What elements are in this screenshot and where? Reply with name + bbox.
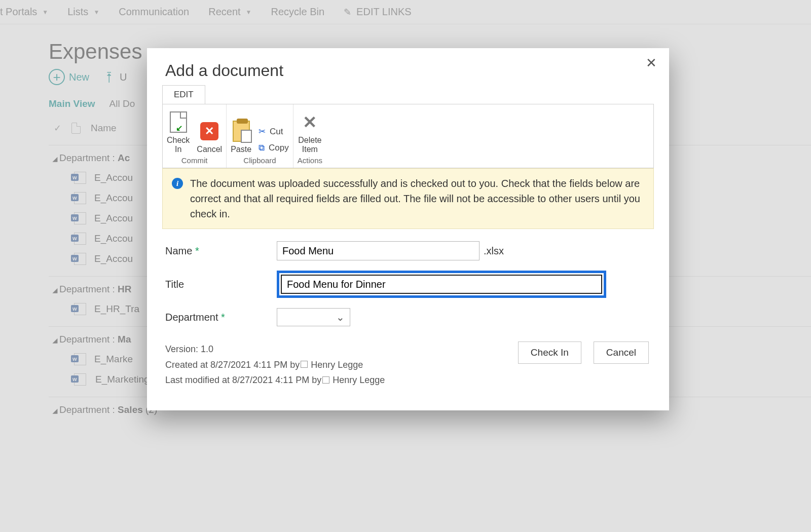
title-label: Title bbox=[165, 279, 184, 290]
cancel-ribbon-button[interactable]: ✕Cancel bbox=[197, 120, 222, 154]
checkbox-icon bbox=[322, 376, 329, 384]
title-highlight bbox=[277, 271, 606, 298]
checkin-button[interactable]: Check In bbox=[167, 110, 190, 154]
close-button[interactable]: ✕ bbox=[646, 55, 657, 71]
created-by: Henry Legge bbox=[311, 360, 363, 370]
ribbon-group-commit: Check In ✕Cancel Commit bbox=[163, 104, 226, 168]
checkin-form-button[interactable]: Check In bbox=[518, 341, 581, 364]
delete-button[interactable]: ✕Delete Item bbox=[298, 110, 321, 154]
scissors-icon: ✂ bbox=[259, 126, 266, 137]
cut-button[interactable]: ✂Cut bbox=[259, 125, 289, 138]
title-input[interactable] bbox=[281, 275, 602, 294]
checkbox-icon bbox=[301, 361, 308, 368]
delete-icon: ✕ bbox=[303, 112, 317, 132]
document-form: Name * .xlsx Title Department * ⌄ bbox=[147, 229, 669, 341]
ribbon-group-clipboard: Paste ✂Cut ⧉Copy Clipboard bbox=[227, 104, 293, 168]
chevron-down-icon: ⌄ bbox=[336, 311, 345, 323]
info-banner: i The document was uploaded successfully… bbox=[162, 168, 654, 229]
copy-icon: ⧉ bbox=[259, 143, 265, 153]
ribbon: EDIT Check In ✕Cancel Commit Paste ✂Cut … bbox=[162, 85, 654, 168]
add-document-dialog: ✕ Add a document EDIT Check In ✕Cancel C… bbox=[147, 48, 669, 410]
checkin-icon bbox=[170, 111, 187, 133]
name-input[interactable] bbox=[277, 241, 480, 260]
paste-icon bbox=[233, 121, 250, 142]
name-label: Name bbox=[165, 245, 192, 256]
cancel-icon: ✕ bbox=[200, 122, 218, 140]
document-meta: Version: 1.0 Created at 8/27/2021 4:11 P… bbox=[147, 341, 669, 397]
copy-button[interactable]: ⧉Copy bbox=[259, 142, 289, 154]
info-text: The document was uploaded successfully a… bbox=[190, 176, 644, 221]
tab-edit[interactable]: EDIT bbox=[162, 85, 205, 104]
cancel-form-button[interactable]: Cancel bbox=[594, 341, 649, 364]
paste-button[interactable]: Paste bbox=[231, 120, 251, 154]
name-extension: .xlsx bbox=[484, 245, 504, 257]
info-icon: i bbox=[172, 178, 183, 189]
department-label: Department bbox=[165, 312, 218, 323]
ribbon-group-actions: ✕Delete Item Actions bbox=[293, 104, 326, 168]
dialog-title: Add a document bbox=[147, 48, 669, 85]
department-select[interactable]: ⌄ bbox=[277, 308, 350, 326]
modified-by: Henry Legge bbox=[333, 375, 385, 385]
